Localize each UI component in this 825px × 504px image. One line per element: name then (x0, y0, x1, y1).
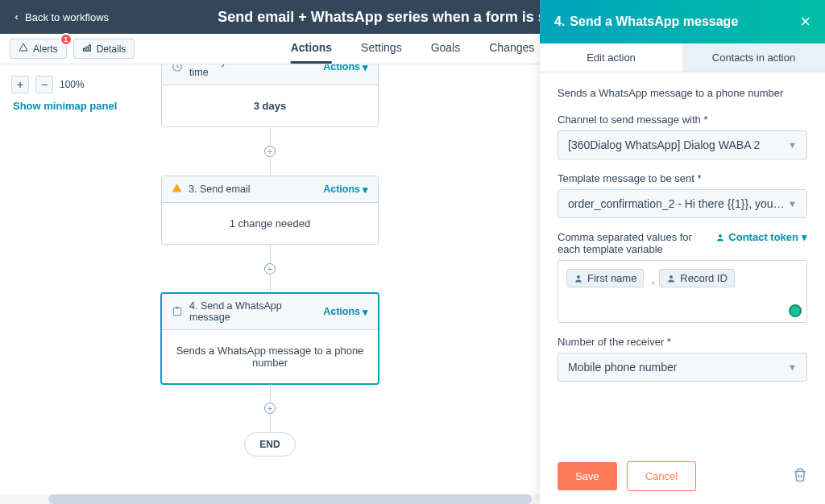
add-action-button[interactable]: + (264, 146, 276, 157)
person-icon (574, 274, 583, 283)
connector-line (270, 127, 271, 147)
show-minimap-link[interactable]: Show minimap panel (13, 100, 117, 112)
svg-point-9 (577, 275, 580, 279)
back-to-workflows-link[interactable]: Back to workflows (13, 11, 109, 23)
tab-actions[interactable]: Actions (291, 34, 332, 64)
tab-changes[interactable]: Changes (489, 34, 534, 64)
svg-rect-1 (83, 48, 85, 52)
connector-line (270, 413, 271, 432)
zoom-level: 100% (60, 79, 85, 90)
panel-title-text: Send a WhatsApp message (570, 14, 738, 29)
comma-separator: , (652, 274, 655, 286)
connector-line (270, 245, 271, 264)
node-delay-body: 3 days (162, 85, 378, 126)
svg-point-10 (670, 275, 673, 279)
panel-step-number: 4. (554, 14, 565, 29)
chevron-down-icon: ▾ (363, 306, 368, 318)
svg-rect-3 (89, 45, 90, 52)
workflow-canvas[interactable]: + − 100% Show minimap panel 2. Delay for… (0, 64, 540, 504)
tab-settings[interactable]: Settings (361, 34, 402, 64)
warning-icon (172, 183, 182, 196)
zoom-in-button[interactable]: + (11, 76, 29, 93)
trash-icon (793, 468, 807, 482)
alerts-badge: 1 (60, 33, 73, 46)
end-node: END (244, 432, 295, 456)
details-button[interactable]: Details (73, 39, 135, 59)
node-delay[interactable]: 2. Delay for a set amount of time Action… (161, 64, 379, 127)
person-icon (715, 233, 725, 242)
puzzle-icon (172, 306, 183, 317)
details-icon (82, 43, 92, 55)
add-action-button[interactable]: + (264, 263, 276, 275)
template-select[interactable]: order_confirmation_2 - Hi there {{1}}, y… (558, 189, 807, 218)
clock-icon (172, 64, 183, 72)
chevron-down-icon: ▾ (802, 231, 807, 243)
chevron-down-icon: ▾ (363, 184, 368, 196)
receiver-label: Number of the receiver * (558, 336, 807, 348)
connector-line (270, 156, 271, 176)
delete-action-button[interactable] (793, 468, 807, 485)
token-chip-recordid[interactable]: Record ID (659, 269, 735, 287)
contact-token-dropdown[interactable]: Contact token ▾ (715, 231, 807, 243)
alerts-button[interactable]: Alerts 1 (10, 39, 67, 59)
svg-rect-2 (86, 47, 88, 52)
save-button[interactable]: Save (558, 462, 617, 490)
chevron-left-icon (13, 11, 20, 23)
channel-label: Channel to send message with * (558, 114, 807, 126)
edit-action-panel: 4. Send a WhatsApp message × Edit action… (540, 0, 825, 504)
horizontal-scrollbar[interactable] (0, 494, 540, 504)
template-values-input[interactable]: First name , Record ID (558, 260, 807, 323)
node-email-body: 1 change needed (162, 203, 378, 244)
chevron-down-icon: ▼ (788, 199, 797, 209)
person-icon (666, 274, 676, 283)
chevron-down-icon: ▼ (788, 362, 797, 372)
svg-marker-0 (19, 43, 27, 51)
tab-edit-action[interactable]: Edit action (540, 43, 682, 72)
channel-select[interactable]: [360Dialog WhatsApp] Dialog WABA 2 ▼ (558, 130, 807, 159)
cancel-button[interactable]: Cancel (627, 461, 696, 491)
node-whatsapp-body: Sends a WhatsApp message to a phone numb… (162, 330, 378, 383)
back-label: Back to workflows (25, 11, 109, 23)
svg-point-8 (719, 234, 722, 238)
receiver-select[interactable]: Mobile phone number ▼ (558, 353, 807, 382)
close-panel-button[interactable]: × (800, 11, 810, 32)
chevron-down-icon: ▾ (363, 64, 368, 73)
connector-line (270, 384, 271, 403)
action-description: Sends a WhatsApp message to a phone numb… (558, 87, 807, 99)
template-label: Template message to be sent * (558, 172, 807, 184)
token-chip-firstname[interactable]: First name (566, 269, 644, 287)
connector-line (270, 274, 271, 293)
scrollbar-thumb[interactable] (48, 494, 532, 504)
grammarly-icon (789, 304, 802, 317)
panel-footer: Save Cancel (540, 448, 825, 504)
add-action-button[interactable]: + (264, 403, 276, 414)
node-actions-dropdown[interactable]: Actions ▾ (323, 64, 368, 73)
values-label: Comma separated values for each template… (558, 231, 703, 255)
node-actions-dropdown[interactable]: Actions ▾ (323, 306, 368, 318)
zoom-out-button[interactable]: − (35, 76, 53, 93)
alert-icon (19, 43, 28, 55)
svg-marker-5 (172, 184, 182, 192)
node-send-email[interactable]: 3. Send email Actions ▾ 1 change needed (161, 176, 379, 245)
panel-header: 4. Send a WhatsApp message × (540, 0, 825, 43)
node-whatsapp-message[interactable]: 4. Send a WhatsApp message Actions ▾ Sen… (161, 293, 379, 384)
node-actions-dropdown[interactable]: Actions ▾ (323, 184, 368, 196)
chevron-down-icon: ▼ (788, 140, 797, 150)
tab-goals[interactable]: Goals (431, 34, 461, 64)
tab-contacts-in-action[interactable]: Contacts in action (682, 43, 825, 72)
